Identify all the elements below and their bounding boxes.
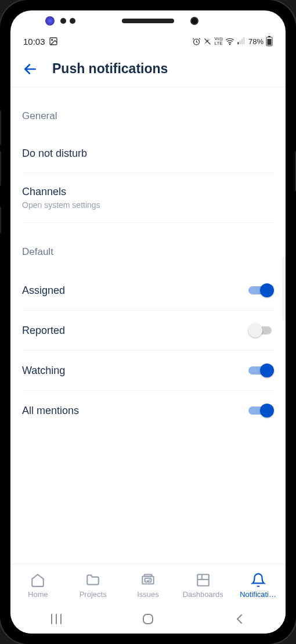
vibrate-icon (203, 37, 212, 46)
volume-down-button[interactable] (0, 151, 1, 186)
svg-point-1 (51, 39, 52, 41)
row-all-mentions[interactable]: All mentions (22, 391, 274, 430)
bixby-button[interactable] (0, 207, 1, 233)
edge-panel-handle[interactable] (282, 257, 286, 321)
volte-icon: Vo))LTE (214, 37, 223, 46)
nav-notifications[interactable]: Notificati… (230, 564, 286, 607)
wifi-icon (225, 37, 234, 46)
back-button[interactable] (19, 57, 42, 81)
phone-screen: 10:03 Vo))LTE 78% Push notifications Gen… (10, 10, 286, 634)
dashboard-icon (196, 573, 211, 588)
nav-label: Projects (77, 590, 109, 599)
nav-dashboards[interactable]: Dashboards (175, 564, 230, 607)
alarm-icon (192, 37, 201, 46)
app-header: Push notifications (10, 51, 286, 87)
content[interactable]: General Do not disturb Channels Open sys… (10, 87, 286, 564)
toggle-assigned[interactable] (248, 283, 274, 297)
bottom-nav: Home Projects Issues Dashboards Notifica… (10, 564, 286, 607)
toggle-watching[interactable] (248, 364, 274, 377)
row-label: Watching (22, 365, 65, 377)
svg-rect-22 (143, 614, 153, 624)
front-camera-icon (190, 17, 198, 25)
nav-issues[interactable]: Issues (121, 564, 176, 607)
svg-point-4 (229, 44, 230, 45)
row-reported[interactable]: Reported (22, 311, 274, 351)
row-watching[interactable]: Watching (22, 351, 274, 391)
recents-button[interactable] (49, 613, 63, 627)
svg-rect-11 (268, 39, 272, 45)
sensor-icon (60, 18, 66, 24)
nav-home[interactable]: Home (10, 564, 66, 607)
status-time: 10:03 (23, 37, 45, 46)
issues-icon (140, 573, 156, 588)
toggle-reported[interactable] (248, 323, 274, 337)
image-icon (49, 37, 58, 46)
row-assigned[interactable]: Assigned (22, 271, 274, 311)
svg-rect-13 (142, 577, 154, 584)
nav-label: Issues (135, 590, 161, 599)
row-label: Reported (22, 325, 65, 337)
svg-rect-10 (268, 36, 270, 37)
recents-icon (49, 613, 63, 625)
page-title: Push notifications (52, 61, 168, 77)
arrow-left-icon (23, 62, 38, 77)
row-label: Channels (22, 186, 100, 198)
row-text: Channels Open system settings (22, 186, 100, 210)
row-label: All mentions (22, 405, 79, 417)
nav-projects[interactable]: Projects (66, 564, 121, 607)
nav-label: Dashboards (181, 590, 226, 599)
status-bar: 10:03 Vo))LTE 78% (10, 31, 286, 51)
back-nav-button[interactable] (233, 612, 247, 628)
home-nav-icon (141, 612, 155, 626)
status-right: Vo))LTE 78% (192, 36, 273, 46)
phone-frame: 10:03 Vo))LTE 78% Push notifications Gen… (0, 0, 296, 644)
svg-rect-15 (144, 574, 151, 576)
sensor-icon (70, 18, 75, 24)
section-header-default: Default (22, 223, 274, 271)
bell-icon (251, 573, 266, 588)
volume-up-button[interactable] (0, 110, 1, 145)
system-nav (10, 607, 286, 634)
status-left: 10:03 (23, 37, 58, 46)
svg-rect-5 (237, 42, 239, 44)
folder-icon (85, 573, 100, 588)
svg-rect-8 (243, 37, 244, 44)
svg-rect-6 (240, 41, 241, 45)
sensor-icon (45, 16, 55, 26)
row-label: Do not disturb (22, 147, 87, 160)
nav-label: Notificati… (237, 590, 279, 599)
row-sublabel: Open system settings (22, 200, 100, 210)
home-button[interactable] (141, 612, 155, 628)
toggle-all-mentions[interactable] (248, 404, 274, 418)
battery-percentage: 78% (248, 37, 263, 46)
row-channels[interactable]: Channels Open system settings (22, 173, 274, 223)
speaker-icon (122, 19, 174, 23)
nav-label: Home (26, 590, 50, 599)
battery-icon (266, 36, 273, 46)
home-icon (30, 573, 45, 588)
row-do-not-disturb[interactable]: Do not disturb (22, 135, 274, 173)
signal-icon (237, 37, 246, 46)
section-header-general: General (22, 87, 274, 135)
back-nav-icon (233, 612, 247, 626)
row-label: Assigned (22, 285, 65, 297)
svg-rect-7 (241, 39, 243, 44)
notch-bar (10, 10, 286, 31)
